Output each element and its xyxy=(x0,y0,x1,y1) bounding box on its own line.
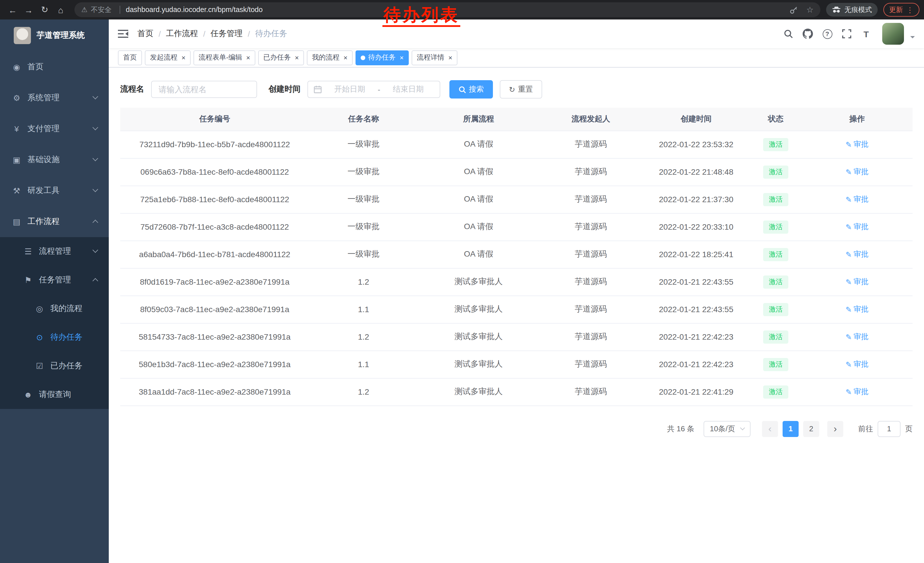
approve-link[interactable]: ✎ 审批 xyxy=(846,277,868,287)
cell-initiator: 芋道源码 xyxy=(539,378,642,405)
tab[interactable]: 待办任务 × xyxy=(356,50,409,65)
tab-label: 流程表单-编辑 xyxy=(199,53,242,62)
sidebar-item-payment[interactable]: ¥ 支付管理 xyxy=(0,113,109,144)
reload-icon[interactable]: ↻ xyxy=(37,2,52,18)
tab[interactable]: 流程表单-编辑 × xyxy=(194,50,255,65)
breadcrumb-separator: / xyxy=(203,29,206,38)
close-icon[interactable]: × xyxy=(400,54,404,61)
approve-link[interactable]: ✎ 审批 xyxy=(846,359,868,369)
cell-actions: ✎ 审批 xyxy=(801,296,912,323)
prev-page-button[interactable]: ‹ xyxy=(762,421,778,437)
font-size-icon[interactable]: T xyxy=(858,26,874,42)
chevron-down-icon xyxy=(93,247,98,253)
cell-status: 激活 xyxy=(750,158,801,186)
cell-created: 2022-01-21 22:41:29 xyxy=(642,378,750,405)
breadcrumb-workflow[interactable]: 工作流程 xyxy=(166,29,198,39)
date-range-picker[interactable]: 开始日期 - 结束日期 xyxy=(308,81,440,98)
sidebar-item-todo-tasks[interactable]: ⊙ 待办任务 xyxy=(0,323,109,352)
approve-link[interactable]: ✎ 审批 xyxy=(846,387,868,397)
cell-initiator: 芋道源码 xyxy=(539,268,642,296)
reset-button[interactable]: ↻ 重置 xyxy=(500,80,542,99)
sidebar-item-leave-query[interactable]: ☻ 请假查询 xyxy=(0,380,109,409)
security-label[interactable]: 不安全 xyxy=(91,5,112,15)
tab[interactable]: 首页 × xyxy=(118,50,142,65)
breadcrumb-home[interactable]: 首页 xyxy=(137,29,153,39)
table-row: 069c6a63-7b8a-11ec-8ef0-acde48001122 一级审… xyxy=(120,158,912,186)
key-icon[interactable] xyxy=(790,6,798,14)
approve-link[interactable]: ✎ 审批 xyxy=(846,304,868,314)
menu-dots-icon[interactable]: ⋮ xyxy=(906,6,914,14)
page-button-1[interactable]: 1 xyxy=(783,421,799,437)
cell-actions: ✎ 审批 xyxy=(801,186,912,213)
page-button-2[interactable]: 2 xyxy=(803,421,819,437)
goto-page-input[interactable] xyxy=(878,421,900,437)
edit-icon: ✎ xyxy=(846,222,852,231)
close-icon[interactable]: × xyxy=(344,54,348,61)
sidebar-item-done-tasks[interactable]: ☑ 已办任务 xyxy=(0,352,109,380)
sidebar-item-process-mgmt[interactable]: ☰ 流程管理 xyxy=(0,237,109,266)
fullscreen-icon[interactable] xyxy=(839,26,855,42)
page-size-select[interactable]: 10条/页 xyxy=(704,421,750,437)
help-icon[interactable]: ? xyxy=(819,26,835,42)
home-icon[interactable]: ⌂ xyxy=(52,2,69,18)
next-page-button[interactable]: › xyxy=(827,421,843,437)
app-logo[interactable]: 芋道管理系统 xyxy=(0,20,109,51)
sidebar-item-system[interactable]: ⚙ 系统管理 xyxy=(0,83,109,113)
sidebar-fold-icon[interactable] xyxy=(118,29,128,38)
refresh-icon: ↻ xyxy=(509,85,515,94)
process-name-input[interactable] xyxy=(151,81,257,98)
approve-link[interactable]: ✎ 审批 xyxy=(846,249,868,260)
edit-icon: ✎ xyxy=(846,360,852,369)
forward-icon[interactable]: → xyxy=(21,2,37,18)
edit-icon: ✎ xyxy=(846,387,852,396)
approve-link[interactable]: ✎ 审批 xyxy=(846,222,868,232)
back-icon[interactable]: ← xyxy=(4,2,21,18)
edit-icon: ✎ xyxy=(846,250,852,258)
sidebar-item-task-mgmt[interactable]: ⚑ 任务管理 xyxy=(0,266,109,294)
tab[interactable]: 我的流程 × xyxy=(307,50,352,65)
github-icon[interactable] xyxy=(800,26,816,42)
goto-label: 前往 xyxy=(858,423,873,434)
sidebar: 芋道管理系统 ◉ 首页 ⚙ 系统管理 ¥ 支付管理 ▣ 基础设施 xyxy=(0,20,109,563)
cell-status: 激活 xyxy=(750,186,801,213)
sidebar-item-infrastructure[interactable]: ▣ 基础设施 xyxy=(0,144,109,175)
cell-actions: ✎ 审批 xyxy=(801,240,912,268)
breadcrumb: 首页 / 工作流程 / 任务管理 / 待办任务 xyxy=(137,29,287,39)
sidebar-item-workflow[interactable]: ▤ 工作流程 xyxy=(0,206,109,237)
approve-link[interactable]: ✎ 审批 xyxy=(846,139,868,150)
search-icon xyxy=(459,86,466,93)
cell-actions: ✎ 审批 xyxy=(801,323,912,350)
tab[interactable]: 已办任务 × xyxy=(258,50,304,65)
tab[interactable]: 发起流程 × xyxy=(145,50,190,65)
end-date-placeholder[interactable]: 结束日期 xyxy=(383,84,434,95)
sidebar-item-home[interactable]: ◉ 首页 xyxy=(0,51,109,83)
table-row: 8f059c03-7ac8-11ec-a9e2-a2380e71991a 1.1… xyxy=(120,296,912,323)
breadcrumb-task-mgmt[interactable]: 任务管理 xyxy=(211,29,243,39)
sidebar-menu: ◉ 首页 ⚙ 系统管理 ¥ 支付管理 ▣ 基础设施 ⚒ 研发工具 xyxy=(0,51,109,409)
sidebar-item-my-process[interactable]: ◎ 我的流程 xyxy=(0,294,109,323)
tab-label: 已办任务 xyxy=(263,53,291,62)
cell-status: 激活 xyxy=(750,350,801,378)
tab[interactable]: 流程详情 × xyxy=(412,50,458,65)
approve-link[interactable]: ✎ 审批 xyxy=(846,194,868,204)
sidebar-item-devtools[interactable]: ⚒ 研发工具 xyxy=(0,175,109,206)
table-row: 75d72608-7b7f-11ec-a3c8-acde48001122 一级审… xyxy=(120,213,912,240)
close-icon[interactable]: × xyxy=(182,54,186,61)
search-icon[interactable] xyxy=(780,26,796,42)
range-separator: - xyxy=(378,85,380,94)
search-button[interactable]: 搜索 xyxy=(449,80,493,99)
close-icon[interactable]: × xyxy=(295,54,299,61)
approve-link[interactable]: ✎ 审批 xyxy=(846,332,868,342)
cell-task-name: 一级审批 xyxy=(309,213,418,240)
cell-task-name: 一级审批 xyxy=(309,186,418,213)
start-date-placeholder[interactable]: 开始日期 xyxy=(324,84,375,95)
close-icon[interactable]: × xyxy=(246,54,250,61)
update-chip[interactable]: 更新 ⋮ xyxy=(884,3,920,17)
avatar[interactable] xyxy=(882,23,904,45)
bookmark-star-icon[interactable]: ☆ xyxy=(806,5,813,14)
close-icon[interactable]: × xyxy=(448,54,452,61)
caret-down-icon[interactable] xyxy=(910,36,915,41)
cell-status: 激活 xyxy=(750,323,801,350)
approve-link[interactable]: ✎ 审批 xyxy=(846,167,868,177)
col-process: 所属流程 xyxy=(418,108,539,131)
